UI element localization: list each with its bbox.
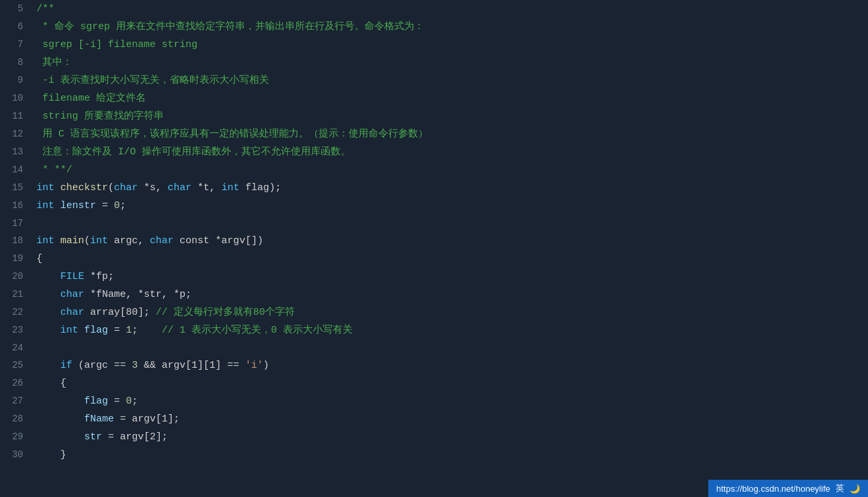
token: argc, [108,235,150,247]
line-content: 其中： [36,54,868,72]
token: char [150,235,174,247]
token: 1 [126,325,132,336]
token: ; [120,200,126,211]
token: = argv[1]; [114,414,180,425]
token: * 命令 sgrep 用来在文件中查找给定字符串，并输出串所在行及行号。命令格式… [36,21,424,32]
code-line: 21 char *fName, *str, *p; [0,286,868,304]
code-line: 11 string 所要查找的字符串 [0,107,868,125]
code-line: 28 fName = argv[1]; [0,410,868,428]
token [36,307,60,318]
url-label: https://blog.csdn.net/honeylife [716,484,830,494]
line-number: 13 [0,143,36,160]
line-content: 用 C 语言实现该程序，该程序应具有一定的错误处理能力。（提示：使用命令行参数） [36,126,868,143]
token: lenstr [60,200,96,211]
line-number: 29 [0,428,36,445]
line-content: sgrep [-i] filename string [36,36,868,54]
token: = [108,396,126,407]
token: 'i' [245,360,263,371]
token: char [60,307,84,318]
token: flag); [239,182,281,193]
token: ( [108,182,114,193]
line-content: char *fName, *str, *p; [36,286,868,304]
line-content: /** [36,1,868,18]
line-content: int flag = 1; // 1 表示大小写无关，0 表示大小写有关 [36,322,868,339]
token: *s, [138,182,168,193]
token: (argc == [72,360,132,371]
line-number: 15 [0,179,36,196]
line-number: 27 [0,392,36,410]
line-content: if (argc == 3 && argv[1][1] == 'i') [36,357,868,374]
line-number: 18 [0,232,36,249]
token: const *argv[]) [174,235,263,247]
token: fName [84,414,114,425]
code-line: 9 -i 表示查找时大小写无关，省略时表示大小写相关 [0,72,868,89]
token: *fName, *str, *p; [84,289,191,300]
code-line: 19{ [0,250,868,268]
code-line: 30 } [0,446,868,464]
token [54,200,60,211]
line-number: 12 [0,125,36,142]
line-content: 注意：除文件及 I/O 操作可使用库函数外，其它不允许使用库函数。 [36,144,868,161]
status-bar: https://blog.csdn.net/honeylife 英 🌙 [708,480,868,497]
token: -i 表示查找时大小写无关，省略时表示大小写相关 [36,75,269,86]
line-number: 5 [0,0,36,17]
line-number: 16 [0,197,36,214]
token: 其中： [36,57,72,68]
token: ( [84,235,90,247]
token: = argv[2]; [102,431,168,443]
line-content: int lenstr = 0; [36,197,868,215]
token: flag [84,325,108,336]
line-number: 11 [0,107,36,125]
token: *t, [191,182,221,193]
code-line: 24 [0,339,868,357]
line-number: 22 [0,304,36,321]
token: flag [84,396,108,407]
token: } [36,449,66,461]
lang-label: 英 [836,482,844,494]
token: FILE [36,271,84,282]
line-content: * **/ [36,162,868,179]
token: /** [36,3,54,15]
code-line: 27 flag = 0; [0,392,868,410]
line-number: 20 [0,268,36,285]
token: // 1 表示大小写无关，0 表示大小写有关 [162,325,353,336]
token: char [114,182,138,193]
line-number: 8 [0,54,36,71]
token: checkstr [60,182,108,193]
line-number: 7 [0,36,36,53]
code-line: 15int checkstr(char *s, char *t, int fla… [0,179,868,197]
line-number: 25 [0,357,36,374]
line-content: int checkstr(char *s, char *t, int flag)… [36,180,868,197]
token: int [60,325,78,336]
code-line: 7 sgrep [-i] filename string [0,36,868,54]
token: 0 [126,396,132,407]
token: int [36,235,54,247]
token: string 所要查找的字符串 [36,111,164,122]
token: main [60,235,84,247]
code-line: 25 if (argc == 3 && argv[1][1] == 'i') [0,357,868,374]
token [36,431,84,443]
line-content: } [36,447,868,464]
token: 3 [132,360,138,371]
code-line: 10 filename 给定文件名 [0,89,868,107]
line-content: flag = 0; [36,393,868,410]
code-line: 6 * 命令 sgrep 用来在文件中查找给定字符串，并输出串所在行及行号。命令… [0,18,868,36]
token: int [36,200,54,211]
token: char [168,182,191,193]
token: { [36,378,66,389]
code-line: 16int lenstr = 0; [0,197,868,215]
line-content: int main(int argc, char const *argv[]) [36,233,868,250]
token: int [221,182,239,193]
moon-icon: 🌙 [849,484,860,494]
code-line: 20 FILE *fp; [0,268,868,286]
line-content: fName = argv[1]; [36,411,868,428]
token: int [36,182,54,193]
token: if [60,360,72,371]
code-line: 18int main(int argc, char const *argv[]) [0,232,868,250]
token: filename 给定文件名 [36,93,146,104]
line-number: 24 [0,339,36,357]
token [78,325,84,336]
token: ) [263,360,269,371]
token: = [108,325,126,336]
line-number: 23 [0,321,36,339]
